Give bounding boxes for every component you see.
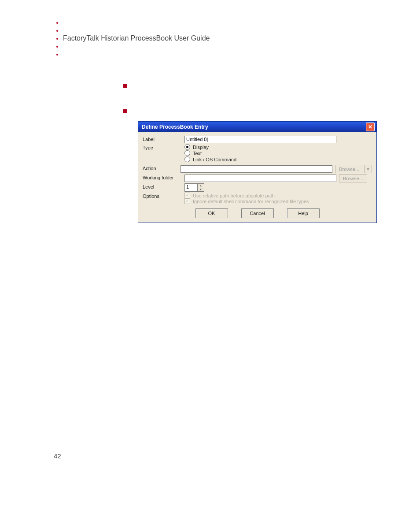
margin-bullets <box>56 22 58 56</box>
spinner-up-icon[interactable]: ▲ <box>198 184 204 188</box>
checkbox-icon: ✓ <box>184 193 190 198</box>
radio-display[interactable]: Display <box>184 144 236 150</box>
type-radio-group: Display Text Link / OS Command <box>184 144 236 162</box>
page-number: 42 <box>54 452 61 460</box>
checkbox-label: Use relative path before absolute path <box>193 193 275 198</box>
checkbox-label: Ignore default shell command for recogni… <box>193 199 309 204</box>
option-relative-path[interactable]: ✓ Use relative path before absolute path <box>184 193 309 198</box>
page-container: FactoryTalk Historian ProcessBook User G… <box>0 0 420 513</box>
action-browse-button[interactable]: Browse... <box>335 165 363 173</box>
dialog-body: Label Untitled 0| Type Display Text <box>138 132 376 223</box>
ok-button[interactable]: OK <box>195 208 228 218</box>
radio-label: Link / OS Command <box>193 157 236 162</box>
checkbox-icon: ✓ <box>184 198 190 204</box>
chevron-down-icon: ▼ <box>366 167 370 171</box>
label-field-label: Label <box>143 136 184 142</box>
radio-icon <box>184 150 190 156</box>
level-field-label: Level <box>143 183 184 190</box>
radio-label: Display <box>193 145 209 150</box>
margin-bullet <box>56 38 58 40</box>
label-input[interactable]: Untitled 0| <box>184 136 336 143</box>
radio-icon <box>184 144 190 150</box>
action-dropdown-arrow[interactable]: ▼ <box>364 165 372 173</box>
radio-text[interactable]: Text <box>184 150 236 156</box>
spinner-buttons[interactable]: ▲ ▼ <box>198 183 204 192</box>
working-folder-input[interactable] <box>184 175 336 182</box>
dialog-titlebar[interactable]: Define ProcessBook Entry ✕ <box>138 122 376 132</box>
spinner-down-icon[interactable]: ▼ <box>198 188 204 192</box>
type-field-label: Type <box>143 144 184 150</box>
option-ignore-shell[interactable]: ✓ Ignore default shell command for recog… <box>184 198 309 204</box>
doc-header-title: FactoryTalk Historian ProcessBook User G… <box>63 34 210 42</box>
radio-icon <box>184 156 190 162</box>
dialog-title: Define ProcessBook Entry <box>142 124 208 130</box>
dialog-buttons: OK Cancel Help <box>143 208 372 218</box>
working-folder-label: Working folder <box>143 174 184 180</box>
close-icon: ✕ <box>368 124 372 130</box>
margin-bullet <box>56 22 58 24</box>
margin-bullet <box>56 54 58 56</box>
margin-bullet <box>56 46 58 48</box>
options-field-label: Options <box>143 193 184 199</box>
action-field-label: Action <box>143 165 181 171</box>
help-button[interactable]: Help <box>287 208 320 218</box>
level-input[interactable]: 1 <box>184 183 198 192</box>
working-folder-browse-button[interactable]: Browse... <box>339 174 367 182</box>
margin-bullet <box>56 30 58 32</box>
level-spinner[interactable]: 1 ▲ ▼ <box>184 183 204 192</box>
square-bullet <box>123 109 127 113</box>
cancel-button[interactable]: Cancel <box>241 208 274 218</box>
radio-label: Text <box>193 151 202 156</box>
square-bullet <box>123 84 127 88</box>
define-processbook-entry-dialog: Define ProcessBook Entry ✕ Label Untitle… <box>138 121 377 223</box>
close-button[interactable]: ✕ <box>366 123 375 131</box>
action-input[interactable] <box>181 165 332 173</box>
radio-link[interactable]: Link / OS Command <box>184 156 236 162</box>
